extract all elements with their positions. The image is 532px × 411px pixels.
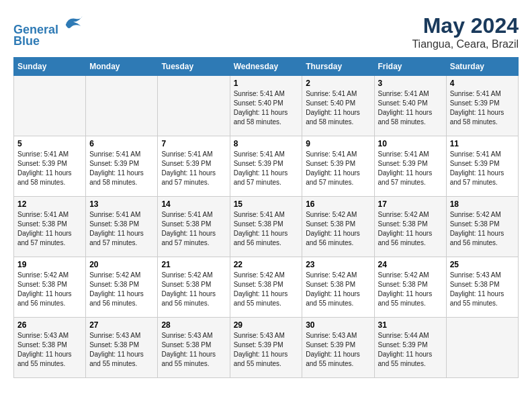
day-info: Sunrise: 5:42 AMSunset: 5:38 PMDaylight:… — [306, 210, 370, 248]
day-info: Sunrise: 5:41 AMSunset: 5:38 PMDaylight:… — [234, 210, 299, 248]
calendar-header-saturday: Saturday — [446, 58, 518, 76]
day-info: Sunrise: 5:41 AMSunset: 5:40 PMDaylight:… — [234, 89, 299, 127]
day-info: Sunrise: 5:42 AMSunset: 5:38 PMDaylight:… — [234, 271, 299, 308]
calendar-cell: 27Sunrise: 5:43 AMSunset: 5:38 PMDayligh… — [86, 318, 158, 378]
day-info: Sunrise: 5:42 AMSunset: 5:38 PMDaylight:… — [89, 271, 154, 308]
calendar-week-row: 19Sunrise: 5:42 AMSunset: 5:38 PMDayligh… — [14, 257, 519, 318]
logo-bird-icon — [63, 13, 83, 34]
calendar-cell: 2Sunrise: 5:41 AMSunset: 5:40 PMDaylight… — [302, 76, 374, 136]
calendar-cell: 14Sunrise: 5:41 AMSunset: 5:38 PMDayligh… — [158, 197, 230, 257]
day-number: 15 — [234, 199, 299, 209]
day-number: 13 — [89, 199, 154, 209]
day-info: Sunrise: 5:41 AMSunset: 5:38 PMDaylight:… — [89, 210, 154, 248]
calendar-cell: 4Sunrise: 5:41 AMSunset: 5:39 PMDaylight… — [446, 76, 518, 136]
day-number: 7 — [161, 139, 226, 148]
day-info: Sunrise: 5:43 AMSunset: 5:38 PMDaylight:… — [161, 331, 226, 369]
day-info: Sunrise: 5:41 AMSunset: 5:40 PMDaylight:… — [378, 89, 443, 127]
calendar-cell: 30Sunrise: 5:43 AMSunset: 5:39 PMDayligh… — [302, 318, 374, 378]
day-number: 21 — [161, 260, 226, 269]
calendar-cell: 6Sunrise: 5:41 AMSunset: 5:39 PMDaylight… — [86, 136, 158, 197]
day-number: 27 — [89, 320, 154, 330]
calendar-cell: 1Sunrise: 5:41 AMSunset: 5:40 PMDaylight… — [230, 76, 302, 136]
calendar-body: 1Sunrise: 5:41 AMSunset: 5:40 PMDaylight… — [14, 76, 519, 378]
calendar-cell: 12Sunrise: 5:41 AMSunset: 5:38 PMDayligh… — [14, 197, 86, 257]
day-info: Sunrise: 5:42 AMSunset: 5:38 PMDaylight:… — [450, 210, 515, 248]
calendar-cell: 26Sunrise: 5:43 AMSunset: 5:38 PMDayligh… — [14, 318, 86, 378]
day-number: 29 — [234, 320, 299, 330]
day-number: 20 — [89, 260, 154, 269]
day-number: 10 — [378, 139, 443, 148]
day-info: Sunrise: 5:43 AMSunset: 5:38 PMDaylight:… — [89, 331, 154, 369]
calendar-cell: 15Sunrise: 5:41 AMSunset: 5:38 PMDayligh… — [230, 197, 302, 257]
calendar-week-row: 5Sunrise: 5:41 AMSunset: 5:39 PMDaylight… — [14, 136, 519, 197]
day-number: 22 — [234, 260, 299, 269]
calendar-cell: 16Sunrise: 5:42 AMSunset: 5:38 PMDayligh… — [302, 197, 374, 257]
page-header: General Blue May 2024 Tiangua, Ceara, Br… — [13, 13, 519, 50]
day-number: 11 — [450, 139, 515, 148]
day-info: Sunrise: 5:43 AMSunset: 5:39 PMDaylight:… — [234, 331, 299, 369]
day-number: 4 — [450, 79, 515, 88]
calendar-header-thursday: Thursday — [302, 58, 374, 76]
day-number: 9 — [306, 139, 370, 148]
day-number: 5 — [17, 139, 82, 148]
calendar-cell: 21Sunrise: 5:42 AMSunset: 5:38 PMDayligh… — [158, 257, 230, 318]
day-number: 31 — [378, 320, 443, 330]
day-info: Sunrise: 5:41 AMSunset: 5:39 PMDaylight:… — [161, 150, 226, 187]
day-number: 30 — [306, 320, 370, 330]
calendar-cell: 19Sunrise: 5:42 AMSunset: 5:38 PMDayligh… — [14, 257, 86, 318]
day-info: Sunrise: 5:41 AMSunset: 5:39 PMDaylight:… — [89, 150, 154, 187]
day-info: Sunrise: 5:43 AMSunset: 5:39 PMDaylight:… — [306, 331, 370, 369]
day-info: Sunrise: 5:42 AMSunset: 5:38 PMDaylight:… — [378, 210, 443, 248]
day-number: 14 — [161, 199, 226, 209]
calendar-subtitle: Tiangua, Ceara, Brazil — [412, 38, 519, 50]
day-number: 24 — [378, 260, 443, 269]
calendar-cell: 22Sunrise: 5:42 AMSunset: 5:38 PMDayligh… — [230, 257, 302, 318]
day-info: Sunrise: 5:41 AMSunset: 5:39 PMDaylight:… — [306, 150, 370, 187]
calendar-cell: 11Sunrise: 5:41 AMSunset: 5:39 PMDayligh… — [446, 136, 518, 197]
day-info: Sunrise: 5:41 AMSunset: 5:39 PMDaylight:… — [450, 150, 515, 187]
day-info: Sunrise: 5:44 AMSunset: 5:39 PMDaylight:… — [378, 331, 443, 369]
day-info: Sunrise: 5:41 AMSunset: 5:40 PMDaylight:… — [306, 89, 370, 127]
calendar-cell: 8Sunrise: 5:41 AMSunset: 5:39 PMDaylight… — [230, 136, 302, 197]
day-info: Sunrise: 5:43 AMSunset: 5:38 PMDaylight:… — [17, 331, 82, 369]
day-number: 19 — [17, 260, 82, 269]
calendar-header-tuesday: Tuesday — [158, 58, 230, 76]
calendar-cell: 29Sunrise: 5:43 AMSunset: 5:39 PMDayligh… — [230, 318, 302, 378]
day-number: 3 — [378, 79, 443, 88]
day-number: 12 — [17, 199, 82, 209]
calendar-cell: 24Sunrise: 5:42 AMSunset: 5:38 PMDayligh… — [374, 257, 446, 318]
calendar-cell: 13Sunrise: 5:41 AMSunset: 5:38 PMDayligh… — [86, 197, 158, 257]
day-info: Sunrise: 5:41 AMSunset: 5:38 PMDaylight:… — [161, 210, 226, 248]
calendar-cell: 18Sunrise: 5:42 AMSunset: 5:38 PMDayligh… — [446, 197, 518, 257]
calendar-title: May 2024 — [412, 13, 519, 38]
title-block: May 2024 Tiangua, Ceara, Brazil — [412, 13, 519, 50]
day-info: Sunrise: 5:42 AMSunset: 5:38 PMDaylight:… — [306, 271, 370, 308]
day-number: 28 — [161, 320, 226, 330]
calendar-header-wednesday: Wednesday — [230, 58, 302, 76]
day-number: 25 — [450, 260, 515, 269]
calendar-cell: 3Sunrise: 5:41 AMSunset: 5:40 PMDaylight… — [374, 76, 446, 136]
calendar-table: SundayMondayTuesdayWednesdayThursdayFrid… — [13, 57, 519, 378]
calendar-cell — [86, 76, 158, 136]
calendar-cell: 31Sunrise: 5:44 AMSunset: 5:39 PMDayligh… — [374, 318, 446, 378]
day-info: Sunrise: 5:41 AMSunset: 5:39 PMDaylight:… — [450, 89, 515, 127]
calendar-cell: 5Sunrise: 5:41 AMSunset: 5:39 PMDaylight… — [14, 136, 86, 197]
calendar-week-row: 26Sunrise: 5:43 AMSunset: 5:38 PMDayligh… — [14, 318, 519, 378]
calendar-cell: 10Sunrise: 5:41 AMSunset: 5:39 PMDayligh… — [374, 136, 446, 197]
day-number: 2 — [306, 79, 370, 88]
day-info: Sunrise: 5:43 AMSunset: 5:38 PMDaylight:… — [450, 271, 515, 308]
calendar-week-row: 12Sunrise: 5:41 AMSunset: 5:38 PMDayligh… — [14, 197, 519, 257]
day-info: Sunrise: 5:41 AMSunset: 5:38 PMDaylight:… — [17, 210, 82, 248]
day-info: Sunrise: 5:42 AMSunset: 5:38 PMDaylight:… — [17, 271, 82, 308]
calendar-cell — [446, 318, 518, 378]
logo-text: General — [13, 13, 83, 37]
calendar-cell: 17Sunrise: 5:42 AMSunset: 5:38 PMDayligh… — [374, 197, 446, 257]
calendar-cell: 20Sunrise: 5:42 AMSunset: 5:38 PMDayligh… — [86, 257, 158, 318]
calendar-header-sunday: Sunday — [14, 58, 86, 76]
day-number: 16 — [306, 199, 370, 209]
day-info: Sunrise: 5:42 AMSunset: 5:38 PMDaylight:… — [378, 271, 443, 308]
calendar-header-monday: Monday — [86, 58, 158, 76]
calendar-header-friday: Friday — [374, 58, 446, 76]
calendar-cell: 23Sunrise: 5:42 AMSunset: 5:38 PMDayligh… — [302, 257, 374, 318]
day-number: 17 — [378, 199, 443, 209]
